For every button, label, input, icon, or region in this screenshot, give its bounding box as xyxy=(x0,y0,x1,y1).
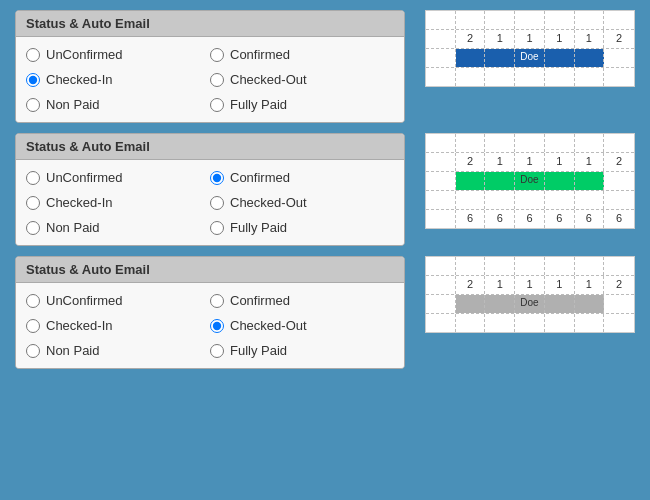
cal-cell xyxy=(456,68,486,86)
cal-bar-row-1: Doe xyxy=(426,49,634,68)
radio-label-r2_unconfirmed: UnConfirmed xyxy=(46,170,123,185)
cal-bar-label: Doe xyxy=(520,51,538,62)
radio-label-r2_checkedin: Checked-In xyxy=(46,195,112,210)
radio-item-r3_checkedin[interactable]: Checked-In xyxy=(26,316,210,335)
radio-item-r2_nonpaid[interactable]: Non Paid xyxy=(26,218,210,237)
radio-item-r1_fullypaid[interactable]: Fully Paid xyxy=(210,95,394,114)
cal-bar-cell: Doe xyxy=(515,295,545,313)
cal-cell xyxy=(545,257,575,275)
radio-item-r2_checkedin[interactable]: Checked-In xyxy=(26,193,210,212)
radio-r3_confirmed[interactable] xyxy=(210,294,224,308)
radio-item-r3_nonpaid[interactable]: Non Paid xyxy=(26,341,210,360)
cal-cell xyxy=(485,134,515,152)
cal-num-cell: 6 xyxy=(485,210,515,228)
radio-r1_checkedin[interactable] xyxy=(26,73,40,87)
cal-cell xyxy=(456,134,486,152)
radio-label-r3_checkedout: Checked-Out xyxy=(230,318,307,333)
cal-num-cell: 2 xyxy=(456,153,486,171)
cal-num-cell: 6 xyxy=(515,210,545,228)
radio-item-r3_fullypaid[interactable]: Fully Paid xyxy=(210,341,394,360)
cal-cell xyxy=(604,49,634,67)
cal-cell xyxy=(515,191,545,209)
cal-cell xyxy=(575,314,605,332)
radio-item-r2_unconfirmed[interactable]: UnConfirmed xyxy=(26,168,210,187)
cal-cell xyxy=(515,257,545,275)
cal-empty-top-3 xyxy=(426,257,634,276)
radio-label-r3_checkedin: Checked-In xyxy=(46,318,112,333)
calendar-2: 211112Doe666666 xyxy=(425,133,635,229)
cal-bar-cell xyxy=(545,172,575,190)
cal-cell xyxy=(545,11,575,29)
cal-bar-cell xyxy=(456,172,486,190)
cal-cell xyxy=(426,257,456,275)
radio-item-r2_checkedout[interactable]: Checked-Out xyxy=(210,193,394,212)
radio-item-r1_unconfirmed[interactable]: UnConfirmed xyxy=(26,45,210,64)
radio-label-r1_confirmed: Confirmed xyxy=(230,47,290,62)
radio-r3_unconfirmed[interactable] xyxy=(26,294,40,308)
cal-cell xyxy=(545,191,575,209)
cal-cell xyxy=(604,11,634,29)
radio-r2_checkedin[interactable] xyxy=(26,196,40,210)
cal-num-cell: 1 xyxy=(515,153,545,171)
cal-cell xyxy=(575,68,605,86)
cal-cell xyxy=(575,134,605,152)
radio-label-r3_confirmed: Confirmed xyxy=(230,293,290,308)
row-1: Status & Auto EmailUnConfirmedConfirmedC… xyxy=(15,10,635,123)
radio-item-r3_confirmed[interactable]: Confirmed xyxy=(210,291,394,310)
radio-item-r3_unconfirmed[interactable]: UnConfirmed xyxy=(26,291,210,310)
radio-r3_checkedin[interactable] xyxy=(26,319,40,333)
radio-item-r2_fullypaid[interactable]: Fully Paid xyxy=(210,218,394,237)
cal-cell xyxy=(426,11,456,29)
radio-r2_confirmed[interactable] xyxy=(210,171,224,185)
status-box-3: Status & Auto EmailUnConfirmedConfirmedC… xyxy=(15,256,405,369)
radio-item-r2_confirmed[interactable]: Confirmed xyxy=(210,168,394,187)
cal-cell xyxy=(515,314,545,332)
radio-item-r1_confirmed[interactable]: Confirmed xyxy=(210,45,394,64)
cal-cell xyxy=(604,172,634,190)
cal-cell xyxy=(515,68,545,86)
radio-item-r1_checkedin[interactable]: Checked-In xyxy=(26,70,210,89)
cal-num-cell: 6 xyxy=(545,210,575,228)
cal-bar-cell xyxy=(575,172,605,190)
radio-item-r1_nonpaid[interactable]: Non Paid xyxy=(26,95,210,114)
radio-item-r3_checkedout[interactable]: Checked-Out xyxy=(210,316,394,335)
radio-r1_confirmed[interactable] xyxy=(210,48,224,62)
cal-num-cell: 1 xyxy=(485,153,515,171)
radio-r2_unconfirmed[interactable] xyxy=(26,171,40,185)
radio-r1_nonpaid[interactable] xyxy=(26,98,40,112)
radio-r3_checkedout[interactable] xyxy=(210,319,224,333)
radio-label-r1_checkedin: Checked-In xyxy=(46,72,112,87)
cal-bar-cell xyxy=(545,295,575,313)
cal-cell xyxy=(426,49,456,67)
radio-r2_fullypaid[interactable] xyxy=(210,221,224,235)
cal-cell xyxy=(545,314,575,332)
cal-bar-cell xyxy=(485,172,515,190)
cal-cell xyxy=(426,134,456,152)
cal-cell xyxy=(545,68,575,86)
radio-r3_fullypaid[interactable] xyxy=(210,344,224,358)
cal-num-cell: 2 xyxy=(604,30,634,48)
radio-r2_checkedout[interactable] xyxy=(210,196,224,210)
cal-bar-cell xyxy=(545,49,575,67)
radio-label-r1_fullypaid: Fully Paid xyxy=(230,97,287,112)
cal-num-cell: 6 xyxy=(575,210,605,228)
calendar-1: 211112Doe xyxy=(425,10,635,87)
radio-r1_checkedout[interactable] xyxy=(210,73,224,87)
radio-item-r1_checkedout[interactable]: Checked-Out xyxy=(210,70,394,89)
cal-cell xyxy=(426,153,456,171)
radio-r3_nonpaid[interactable] xyxy=(26,344,40,358)
cal-bar-cell xyxy=(456,49,486,67)
cal-bar-label: Doe xyxy=(520,174,538,185)
cal-cell xyxy=(426,30,456,48)
cal-cell xyxy=(575,11,605,29)
cal-cell xyxy=(575,191,605,209)
radio-r1_unconfirmed[interactable] xyxy=(26,48,40,62)
radio-r1_fullypaid[interactable] xyxy=(210,98,224,112)
main-container: Status & Auto EmailUnConfirmedConfirmedC… xyxy=(0,0,650,379)
cal-bar-cell: Doe xyxy=(515,49,545,67)
radio-r2_nonpaid[interactable] xyxy=(26,221,40,235)
status-header-2: Status & Auto Email xyxy=(16,134,404,160)
cal-empty-top-2 xyxy=(426,134,634,153)
cal-cell xyxy=(485,68,515,86)
cal-bar-cell xyxy=(485,49,515,67)
